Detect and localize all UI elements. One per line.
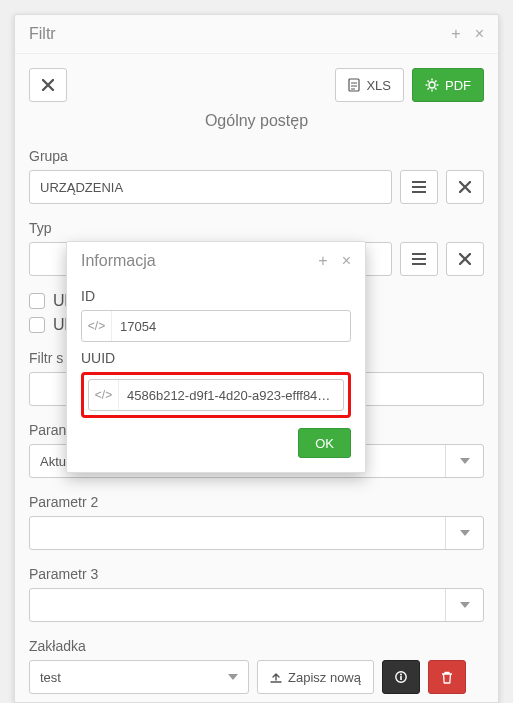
group-list-button[interactable] xyxy=(400,170,438,204)
svg-line-9 xyxy=(428,88,430,90)
plus-icon[interactable]: + xyxy=(318,252,327,270)
save-new-button[interactable]: Zapisz nową xyxy=(257,660,374,694)
id-label: ID xyxy=(81,288,351,304)
xls-export-button[interactable]: XLS xyxy=(335,68,404,102)
close-button[interactable] xyxy=(29,68,67,102)
info-modal-title: Informacja xyxy=(81,252,318,270)
ok-button[interactable]: OK xyxy=(298,428,351,458)
svg-line-8 xyxy=(435,81,437,83)
svg-rect-12 xyxy=(400,676,402,680)
upload-icon xyxy=(270,671,282,683)
close-icon[interactable]: × xyxy=(342,252,351,270)
close-icon[interactable]: × xyxy=(475,25,484,43)
file-icon xyxy=(348,78,360,92)
x-icon xyxy=(459,181,471,193)
plus-icon[interactable]: + xyxy=(451,25,460,43)
chevron-down-icon xyxy=(445,445,483,477)
x-icon xyxy=(42,79,54,91)
svg-line-7 xyxy=(435,88,437,90)
svg-line-6 xyxy=(428,81,430,83)
svg-point-1 xyxy=(429,82,435,88)
param3-label: Parametr 3 xyxy=(29,566,484,582)
chevron-down-icon xyxy=(445,517,483,549)
checkbox-2[interactable] xyxy=(29,317,45,333)
info-modal-header: Informacja + × xyxy=(67,242,365,276)
type-clear-button[interactable] xyxy=(446,242,484,276)
param2-select[interactable] xyxy=(29,516,484,550)
code-icon: </> xyxy=(89,380,119,410)
checkbox-1[interactable] xyxy=(29,293,45,309)
group-input[interactable]: URZĄDZENIA xyxy=(29,170,392,204)
uuid-highlight: </> 4586b212-d9f1-4d20-a923-efff84434028 xyxy=(81,372,351,418)
group-label: Grupa xyxy=(29,148,484,164)
id-field[interactable]: </> 17054 xyxy=(81,310,351,342)
type-list-button[interactable] xyxy=(400,242,438,276)
info-button[interactable] xyxy=(382,660,420,694)
delete-button[interactable] xyxy=(428,660,466,694)
param3-select[interactable] xyxy=(29,588,484,622)
uuid-label: UUID xyxy=(81,350,351,366)
section-title: Ogólny postęp xyxy=(29,112,484,130)
list-icon xyxy=(412,181,426,193)
gear-icon xyxy=(425,78,439,92)
filter-header: Filtr + × xyxy=(15,15,498,54)
uuid-value: 4586b212-d9f1-4d20-a923-efff84434028 xyxy=(119,388,343,403)
code-icon: </> xyxy=(82,311,112,341)
xls-label: XLS xyxy=(366,78,391,93)
id-value: 17054 xyxy=(112,319,350,334)
pdf-export-button[interactable]: PDF xyxy=(412,68,484,102)
svg-point-11 xyxy=(400,673,402,675)
uuid-field[interactable]: </> 4586b212-d9f1-4d20-a923-efff84434028 xyxy=(88,379,344,411)
group-clear-button[interactable] xyxy=(446,170,484,204)
filter-title: Filtr xyxy=(29,25,451,43)
save-label: Zapisz nową xyxy=(288,670,361,685)
tab-select[interactable]: test xyxy=(29,660,249,694)
x-icon xyxy=(459,253,471,265)
chevron-down-icon xyxy=(445,589,483,621)
trash-icon xyxy=(441,671,453,684)
param2-label: Parametr 2 xyxy=(29,494,484,510)
type-label: Typ xyxy=(29,220,484,236)
list-icon xyxy=(412,253,426,265)
tab-label: Zakładka xyxy=(29,638,484,654)
info-modal: Informacja + × ID </> 17054 UUID </> 458… xyxy=(66,241,366,473)
pdf-label: PDF xyxy=(445,78,471,93)
info-icon xyxy=(395,671,407,683)
